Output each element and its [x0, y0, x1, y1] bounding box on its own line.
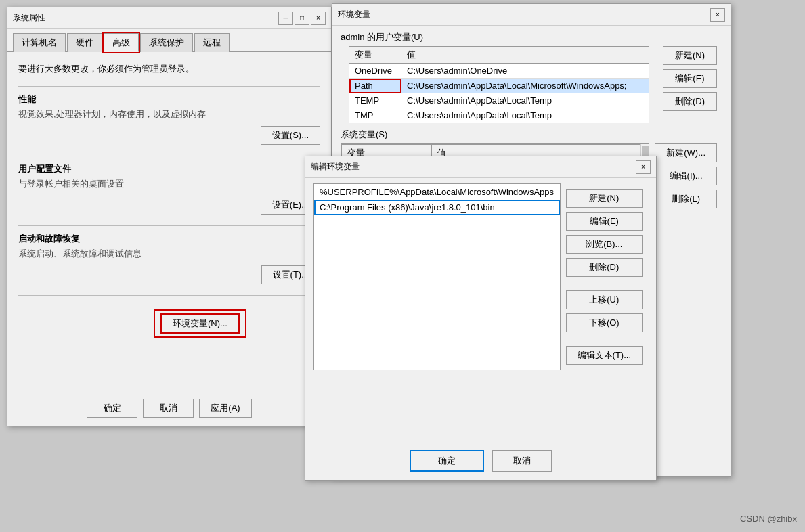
env-vars-title-bar: 环境变量 × — [332, 4, 731, 26]
table-row[interactable]: OneDrive C:\Users\admin\OneDrive — [349, 64, 649, 79]
user-vars-section-title: admin 的用户变量(U) — [332, 26, 731, 46]
list-item[interactable]: C:\Program Files (x86)\Java\jre1.8.0_101… — [314, 200, 560, 215]
performance-label: 性能 — [18, 93, 320, 106]
col-value: 值 — [401, 47, 649, 64]
edit-ok-button[interactable]: 确定 — [410, 450, 484, 472]
edit-browse-button[interactable]: 浏览(B)... — [566, 235, 643, 254]
performance-desc: 视觉效果,处理器计划，内存使用，以及虚拟内存 — [18, 108, 320, 120]
edit-edit-button[interactable]: 编辑(E) — [566, 212, 643, 231]
startup-recovery-section: 启动和故障恢复 系统启动、系统故障和调试信息 设置(T)... — [18, 233, 320, 284]
sys-props-title: 系统属性 — [13, 12, 45, 24]
bottom-buttons: 确定 取消 应用(A) — [7, 399, 331, 418]
tab-computer-name[interactable]: 计算机名 — [13, 33, 66, 52]
sys-delete-button[interactable]: 删除(L) — [655, 190, 717, 208]
ok-button[interactable]: 确定 — [87, 399, 137, 418]
close-button[interactable]: × — [311, 12, 326, 25]
edit-bottom-buttons: 确定 取消 — [305, 450, 656, 472]
watermark: CSDN @zhibx — [740, 514, 797, 524]
startup-recovery-label: 启动和故障恢复 — [18, 233, 320, 245]
table-row[interactable]: TEMP C:\Users\admin\AppData\Local\Temp — [349, 93, 649, 108]
edit-cancel-button[interactable]: 取消 — [492, 450, 552, 472]
env-vars-title: 环境变量 — [338, 9, 370, 20]
tab-remote[interactable]: 远程 — [194, 33, 230, 52]
user-new-button[interactable]: 新建(N) — [663, 46, 717, 65]
var-name: TEMP — [349, 93, 401, 108]
sys-new-button[interactable]: 新建(W)... — [655, 143, 717, 162]
tab-bar: 计算机名 硬件 高级 系统保护 远程 — [7, 29, 331, 52]
env-vars-title-controls: × — [710, 8, 725, 22]
tab-advanced[interactable]: 高级 — [104, 33, 139, 52]
var-value: C:\Users\admin\OneDrive — [401, 64, 649, 79]
table-row[interactable]: Path C:\Users\admin\AppData\Local\Micros… — [349, 79, 649, 93]
edit-up-button[interactable]: 上移(U) — [566, 290, 643, 309]
startup-recovery-desc: 系统启动、系统故障和调试信息 — [18, 248, 320, 260]
table-row[interactable]: TMP C:\Users\admin\AppData\Local\Temp — [349, 108, 649, 123]
system-vars-title: 系统变量(S) — [341, 129, 722, 141]
edit-new-button[interactable]: 新建(N) — [566, 189, 643, 208]
sys-props-title-bar: 系统属性 ─ □ × — [7, 7, 331, 29]
var-value: C:\Users\admin\AppData\Local\Temp — [401, 93, 649, 108]
var-name: TMP — [349, 108, 401, 123]
edit-side-buttons: 新建(N) 编辑(E) 浏览(B)... 删除(D) 上移(U) 下移(O) 编… — [561, 183, 648, 370]
performance-settings-button[interactable]: 设置(S)... — [261, 126, 320, 145]
tab-content-advanced: 要进行大多数更改，你必须作为管理员登录。 性能 视觉效果,处理器计划，内存使用，… — [7, 52, 331, 349]
edit-delete-button[interactable]: 删除(D) — [566, 258, 643, 277]
edit-text-button[interactable]: 编辑文本(T)... — [566, 346, 643, 365]
env-vars-close-button[interactable]: × — [710, 8, 725, 22]
apply-button[interactable]: 应用(A) — [199, 399, 251, 418]
minimize-button[interactable]: ─ — [278, 12, 293, 25]
edit-env-title-bar: 编辑环境变量 × — [305, 156, 656, 178]
var-value: C:\Users\admin\AppData\Local\Microsoft\W… — [401, 79, 649, 93]
edit-env-title-controls: × — [636, 160, 651, 174]
system-properties-window: 系统属性 ─ □ × 计算机名 硬件 高级 系统保护 远程 要进行大多数更改，你… — [7, 7, 332, 426]
cancel-button[interactable]: 取消 — [143, 399, 194, 418]
col-variable: 变量 — [349, 47, 401, 64]
var-value: C:\Users\admin\AppData\Local\Temp — [401, 108, 649, 123]
edit-env-close-button[interactable]: × — [636, 160, 651, 174]
sys-edit-button[interactable]: 编辑(I)... — [655, 167, 717, 185]
admin-notice: 要进行大多数更改，你必须作为管理员登录。 — [18, 63, 320, 75]
list-item[interactable]: %USERPROFILE%\AppData\Local\Microsoft\Wi… — [314, 184, 560, 200]
maximize-button[interactable]: □ — [295, 12, 309, 25]
tab-system-protection[interactable]: 系统保护 — [140, 33, 193, 52]
env-var-button[interactable]: 环境变量(N)... — [160, 313, 240, 334]
title-bar-controls: ─ □ × — [278, 12, 326, 25]
user-vars-table: 变量 值 OneDrive C:\Users\admin\OneDrive Pa… — [349, 46, 649, 123]
performance-section: 性能 视觉效果,处理器计划，内存使用，以及虚拟内存 设置(S)... — [18, 93, 320, 145]
user-profile-label: 用户配置文件 — [18, 163, 320, 175]
edit-env-dialog: 编辑环境变量 × %USERPROFILE%\AppData\Local\Mic… — [305, 156, 657, 481]
var-name: Path — [349, 79, 401, 93]
user-edit-button[interactable]: 编辑(E) — [663, 69, 717, 88]
edit-down-button[interactable]: 下移(O) — [566, 313, 643, 332]
tab-hardware[interactable]: 硬件 — [67, 33, 102, 52]
var-name: OneDrive — [349, 64, 401, 79]
user-delete-button[interactable]: 删除(D) — [663, 92, 717, 111]
edit-env-title: 编辑环境变量 — [311, 161, 360, 173]
user-profile-desc: 与登录帐户相关的桌面设置 — [18, 178, 320, 190]
user-profile-section: 用户配置文件 与登录帐户相关的桌面设置 设置(E)... — [18, 163, 320, 215]
